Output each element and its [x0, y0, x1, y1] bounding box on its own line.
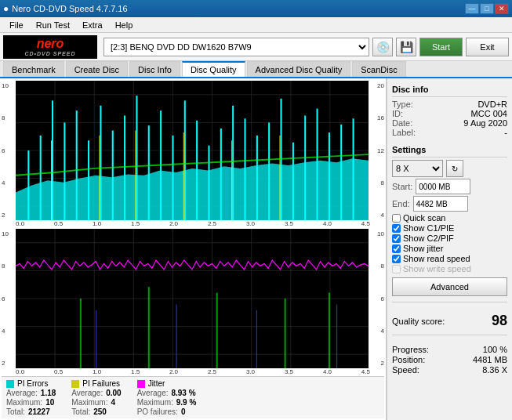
bottom-chart-y-right: 10 8 6 4 2	[369, 229, 384, 368]
svg-rect-23	[124, 116, 125, 221]
menu-run-test[interactable]: Run Test	[30, 19, 76, 31]
speed-label: Speed:	[392, 365, 419, 375]
pi-errors-total-label: Total:	[6, 407, 25, 416]
disc-id-label: ID:	[392, 109, 403, 118]
svg-rect-45	[135, 131, 136, 220]
disc-date-value: 9 Aug 2020	[463, 118, 507, 128]
jitter-stats: Jitter Average: 8.93 % Maximum: 9.9 % PO…	[137, 379, 197, 416]
start-mb-label: Start:	[392, 182, 412, 191]
tabs-bar: Benchmark Create Disc Disc Info Disc Qua…	[0, 61, 512, 78]
svg-rect-42	[353, 118, 354, 220]
app-title: Nero CD-DVD Speed 4.7.7.16	[12, 4, 127, 13]
settings-divider	[392, 157, 507, 158]
maximize-button[interactable]: □	[480, 3, 494, 14]
jitter-color	[137, 380, 145, 388]
toolbar: nero CD•DVD SPEED [2:3] BENQ DVD DD DW16…	[0, 33, 512, 61]
quick-scan-checkbox[interactable]	[392, 214, 401, 223]
jitter-avg-label: Average:	[137, 389, 169, 397]
app-logo: nero CD•DVD SPEED	[3, 35, 97, 59]
menu-bar: File Run Test Extra Help	[0, 17, 512, 33]
top-chart-svg	[16, 81, 369, 220]
device-select[interactable]: [2:3] BENQ DVD DD DW1620 B7W9	[103, 38, 369, 56]
show-c1-pie-label: Show C1/PIE	[403, 223, 454, 233]
tab-scan-disc[interactable]: ScanDisc	[352, 61, 405, 77]
quality-score-value: 98	[492, 313, 507, 329]
menu-help[interactable]: Help	[109, 19, 140, 31]
tab-disc-quality[interactable]: Disc Quality	[182, 61, 245, 77]
svg-rect-40	[329, 132, 330, 220]
stats-bar: PI Errors Average: 1.18 Maximum: 10 Tota…	[2, 376, 384, 418]
menu-file[interactable]: File	[3, 19, 30, 31]
pi-errors-max-value: 10	[45, 398, 54, 407]
exit-button[interactable]: Exit	[466, 38, 509, 56]
disc-type-value: DVD+R	[478, 100, 507, 109]
menu-extra[interactable]: Extra	[76, 19, 109, 31]
progress-section: Progress: 100 % Position: 4481 MB Speed:…	[392, 344, 507, 375]
pi-failures-total-label: Total:	[71, 407, 90, 416]
disc-date-label: Date:	[392, 118, 412, 128]
refresh-button[interactable]: ↻	[446, 160, 463, 177]
logo-text: nero	[37, 37, 64, 51]
tab-benchmark[interactable]: Benchmark	[3, 61, 64, 77]
svg-rect-19	[76, 110, 78, 220]
tab-disc-info[interactable]: Disc Info	[129, 61, 180, 77]
show-c2-pif-checkbox[interactable]	[392, 234, 401, 243]
show-jitter-label: Show jitter	[403, 244, 443, 253]
pi-failures-avg-label: Average:	[71, 389, 103, 397]
titlebar-left: ● Nero CD-DVD Speed 4.7.7.16	[3, 3, 128, 14]
show-jitter-checkbox[interactable]	[392, 244, 401, 253]
svg-rect-21	[100, 106, 101, 220]
svg-rect-63	[80, 299, 82, 368]
minimize-button[interactable]: —	[465, 3, 479, 14]
jitter-label: Jitter	[148, 379, 165, 388]
start-button[interactable]: Start	[419, 38, 463, 56]
svg-rect-38	[304, 116, 306, 221]
pi-errors-avg-label: Average:	[6, 389, 38, 397]
svg-rect-65	[216, 293, 218, 368]
pi-errors-stats: PI Errors Average: 1.18 Maximum: 10 Tota…	[6, 379, 56, 416]
speed-select[interactable]: 8 X 4 X 6 X 12 X	[392, 160, 443, 177]
progress-label: Progress:	[392, 345, 429, 354]
svg-rect-17	[52, 100, 53, 220]
show-c1-pie-checkbox[interactable]	[392, 224, 401, 233]
bottom-chart-x-labels: 0.0 0.5 1.0 1.5 2.0 2.5 3.0 3.5 4.0 4.5	[2, 368, 384, 375]
quality-divider	[392, 302, 507, 302]
disc-disc-label-value: -	[504, 128, 507, 137]
show-read-speed-checkbox[interactable]	[392, 255, 401, 263]
progress-divider	[392, 335, 507, 335]
quick-scan-label: Quick scan	[403, 213, 445, 223]
show-c2-pif-row: Show C2/PIF	[392, 234, 507, 243]
end-mb-input[interactable]	[413, 196, 468, 212]
settings-title: Settings	[392, 145, 507, 154]
close-button[interactable]: ✕	[495, 3, 509, 14]
disc-id-value: MCC 004	[471, 109, 507, 118]
svg-rect-32	[232, 106, 234, 220]
save-icon-button[interactable]: 💾	[396, 38, 416, 56]
main-content: 10 8 6 4 2	[0, 78, 512, 420]
jitter-po-label: PO failures:	[137, 407, 178, 416]
top-chart-y-right: 20 16 12 8 4	[369, 81, 384, 220]
disc-type-row: Type: DVD+R	[392, 100, 507, 109]
pi-failures-total-value: 250	[93, 407, 107, 416]
svg-rect-39	[317, 109, 318, 220]
svg-rect-24	[136, 96, 137, 220]
disc-icon-button[interactable]: 💿	[372, 38, 393, 56]
position-label: Position:	[392, 355, 425, 364]
app-icon: ●	[3, 3, 9, 14]
show-jitter-row: Show jitter	[392, 244, 507, 253]
titlebar-controls[interactable]: — □ ✕	[465, 3, 509, 14]
pi-errors-color	[6, 380, 14, 388]
advanced-button[interactable]: Advanced	[392, 277, 507, 296]
tab-advanced-disc-quality[interactable]: Advanced Disc Quality	[247, 61, 351, 77]
show-write-speed-checkbox	[392, 265, 401, 273]
show-write-speed-label: Show write speed	[403, 264, 471, 273]
charts-area: 10 8 6 4 2	[0, 78, 387, 420]
svg-rect-67	[329, 293, 330, 368]
start-mb-input[interactable]	[416, 179, 470, 194]
tab-create-disc[interactable]: Create Disc	[66, 61, 128, 77]
show-read-speed-label: Show read speed	[403, 254, 470, 263]
svg-rect-27	[172, 136, 173, 220]
quick-scan-row: Quick scan	[392, 213, 507, 223]
right-panel: Disc info Type: DVD+R ID: MCC 004 Date: …	[387, 78, 512, 420]
svg-rect-66	[285, 299, 286, 368]
